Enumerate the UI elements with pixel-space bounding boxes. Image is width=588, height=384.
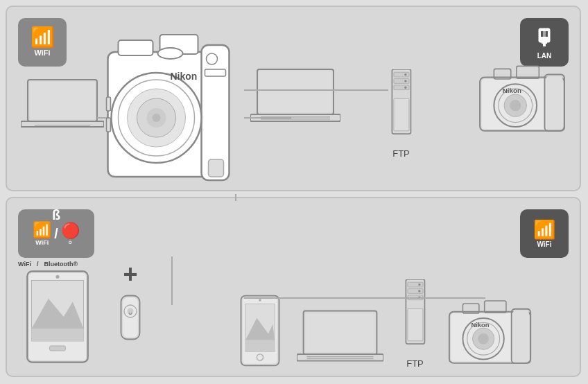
svg-point-30 [510, 100, 521, 111]
svg-rect-38 [31, 329, 83, 342]
svg-point-73 [478, 333, 489, 344]
plus-adapter-group: + ᴗ [110, 262, 151, 355]
central-camera: Nikon [103, 28, 245, 250]
svg-rect-11 [394, 72, 409, 77]
svg-rect-90 [107, 97, 111, 111]
wifi-bt-labels: WiFi / Bluetooth® [18, 261, 78, 268]
svg-rect-55 [297, 354, 383, 361]
nikon-camera-icon-top: Nikon [477, 59, 567, 135]
svg-point-62 [418, 283, 420, 286]
bluetooth-icon-overlay: ß [52, 207, 60, 223]
svg-rect-1 [541, 31, 543, 37]
svg-rect-7 [30, 82, 95, 119]
svg-rect-91 [107, 118, 111, 132]
smartphone-icon [236, 293, 284, 369]
nikon-camera-bottom: Nikon [447, 293, 533, 369]
plus-sign: + [123, 262, 137, 287]
top-section: 📶 WiFi LAN [6, 6, 581, 191]
svg-text:Nikon: Nikon [471, 322, 489, 329]
main-container: 📶 WiFi LAN [0, 0, 588, 384]
svg-rect-56 [306, 356, 373, 357]
laptop-middle-top [250, 66, 340, 128]
svg-rect-57 [306, 358, 373, 359]
laptop-icon-middle [250, 66, 340, 128]
tablet-icon [19, 268, 96, 365]
svg-rect-54 [306, 313, 375, 352]
svg-point-14 [404, 73, 406, 76]
svg-rect-12 [394, 79, 409, 84]
wifi-label-top: WiFi [34, 49, 50, 57]
svg-text:ᴗ: ᴗ [128, 309, 132, 316]
svg-rect-79 [119, 40, 153, 55]
svg-rect-69 [513, 311, 529, 361]
svg-rect-21 [261, 116, 330, 118]
wifi-box-top: 📶 WiFi [18, 18, 67, 67]
svg-rect-32 [517, 66, 539, 78]
bluetooth-text: Bluetooth® [44, 261, 78, 268]
svg-rect-19 [259, 71, 331, 112]
wifi-label-br: WiFi [537, 241, 551, 248]
svg-rect-60 [408, 289, 423, 294]
svg-rect-3 [543, 31, 546, 37]
svg-text:Nikon: Nikon [503, 87, 521, 94]
svg-rect-13 [394, 85, 409, 90]
svg-point-15 [404, 80, 406, 82]
wifi-text-bottom: WiFi [18, 261, 31, 268]
svg-point-16 [404, 87, 406, 89]
svg-point-86 [153, 114, 161, 122]
svg-point-93 [158, 48, 183, 59]
wifi-box-bottom: 📶 WiFi [520, 209, 569, 258]
svg-rect-26 [546, 76, 563, 129]
bottom-section: 📶 WiFi / 🔴 ⭘ WiFi / Bluetooth® [6, 197, 581, 377]
ftp-server-icon-top [382, 69, 420, 146]
svg-rect-17 [394, 98, 409, 131]
svg-rect-92 [209, 159, 224, 177]
laptop-icon-top [21, 76, 104, 135]
svg-rect-8 [21, 121, 104, 127]
laptop-icon-bottom [297, 306, 383, 369]
svg-rect-39 [50, 346, 66, 351]
svg-rect-2 [546, 31, 548, 37]
wifi-icon-bottom: 📶 [533, 219, 555, 241]
central-nikon-camera: Nikon [103, 28, 245, 250]
nikon-camera-icon-bottom: Nikon [447, 293, 533, 369]
ftp-server-icon-bottom [396, 279, 434, 356]
bluetooth-adapter-icon: ᴗ [110, 293, 151, 355]
svg-point-52 [259, 299, 261, 302]
svg-rect-65 [408, 308, 423, 341]
ftp-label-top: FTP [392, 148, 410, 159]
slash-divider: / [37, 261, 39, 268]
svg-rect-50 [245, 340, 275, 352]
laptop-bottom [297, 306, 383, 369]
svg-rect-9 [35, 125, 90, 125]
lan-icon [532, 26, 557, 51]
svg-rect-61 [408, 295, 423, 300]
bluetooth-label: ⭘ [67, 240, 73, 246]
svg-text:Nikon: Nikon [171, 71, 198, 82]
ftp-label-bottom: FTP [406, 358, 424, 369]
svg-rect-4 [542, 41, 547, 44]
svg-rect-59 [408, 282, 423, 287]
wifi-icon-top: 📶 [31, 28, 55, 47]
svg-point-64 [418, 297, 420, 299]
svg-rect-22 [261, 119, 330, 120]
ftp-container-bottom: FTP [396, 279, 434, 369]
tablet-bottom [19, 268, 96, 365]
wifi-label-bottom: WiFi [35, 239, 49, 246]
laptop-top [21, 76, 104, 139]
bottom-devices-row: FTP Nikon [236, 279, 533, 369]
svg-point-63 [418, 290, 420, 292]
ftp-container-top: FTP [382, 69, 420, 159]
nikon-camera-top: Nikon [477, 59, 567, 135]
lan-label: LAN [537, 52, 552, 60]
svg-point-40 [55, 275, 59, 279]
svg-rect-20 [250, 114, 340, 121]
smartphone-bottom [236, 293, 284, 369]
svg-rect-5 [543, 44, 546, 46]
svg-rect-75 [485, 301, 506, 313]
